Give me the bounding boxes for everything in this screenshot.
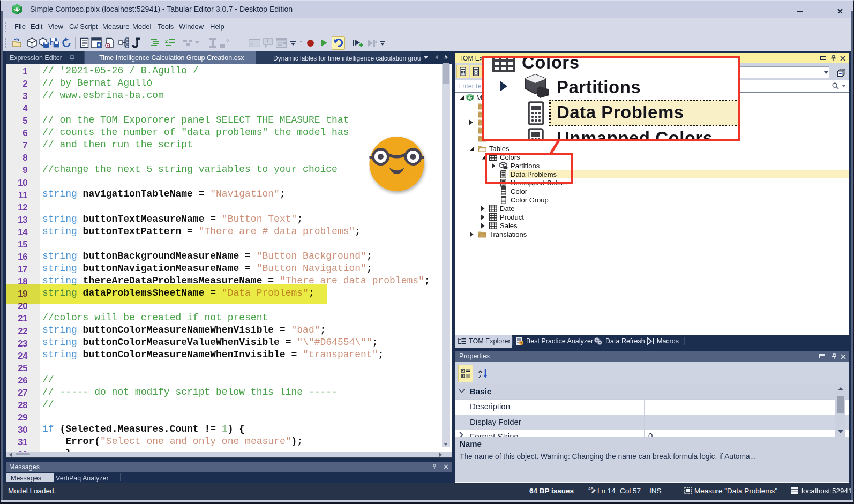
svg-text:!: !: [267, 39, 268, 44]
svg-text:AB: AB: [588, 487, 594, 491]
svg-text:X: X: [250, 41, 253, 47]
svg-text:2: 2: [165, 39, 168, 44]
svg-text:Z: Z: [478, 373, 482, 379]
